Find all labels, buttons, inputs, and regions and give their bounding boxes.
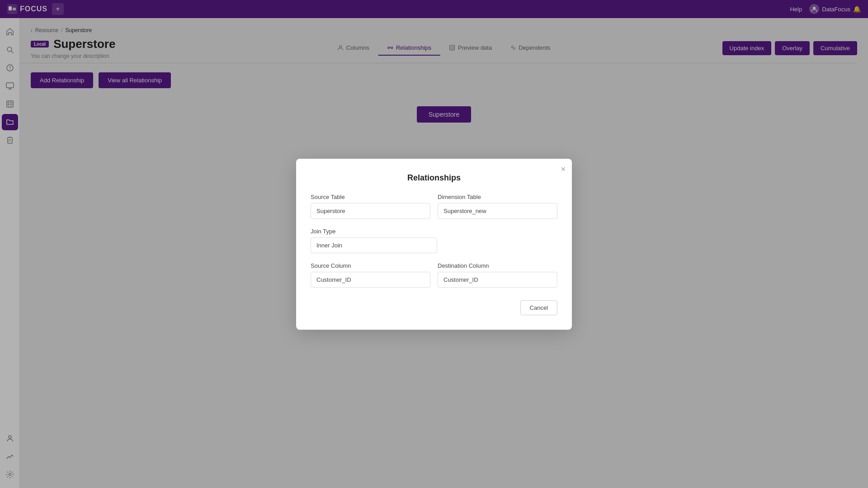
relationships-modal: × Relationships Source Table Dimension T… — [296, 159, 572, 330]
dimension-table-input[interactable] — [438, 203, 557, 219]
modal-footer: Cancel — [311, 300, 557, 315]
modal-overlay[interactable]: × Relationships Source Table Dimension T… — [0, 0, 868, 488]
form-group-destination-column: Destination Column — [438, 262, 557, 288]
source-table-label: Source Table — [311, 194, 430, 200]
join-type-label: Join Type — [311, 228, 557, 235]
form-group-dimension-table: Dimension Table — [438, 194, 557, 219]
source-table-input[interactable] — [311, 203, 430, 219]
join-type-input[interactable] — [311, 237, 437, 253]
modal-title: Relationships — [311, 173, 557, 183]
form-row-join: Join Type — [311, 228, 557, 253]
form-group-join-type: Join Type — [311, 228, 557, 253]
dimension-table-label: Dimension Table — [438, 194, 557, 200]
form-row-columns: Source Column Destination Column — [311, 262, 557, 288]
destination-column-input[interactable] — [438, 272, 557, 288]
form-group-source-column: Source Column — [311, 262, 430, 288]
form-row-tables: Source Table Dimension Table — [311, 194, 557, 219]
source-column-label: Source Column — [311, 262, 430, 269]
modal-close-button[interactable]: × — [561, 165, 566, 173]
destination-column-label: Destination Column — [438, 262, 557, 269]
form-group-source-table: Source Table — [311, 194, 430, 219]
cancel-button[interactable]: Cancel — [520, 300, 557, 315]
source-column-input[interactable] — [311, 272, 430, 288]
